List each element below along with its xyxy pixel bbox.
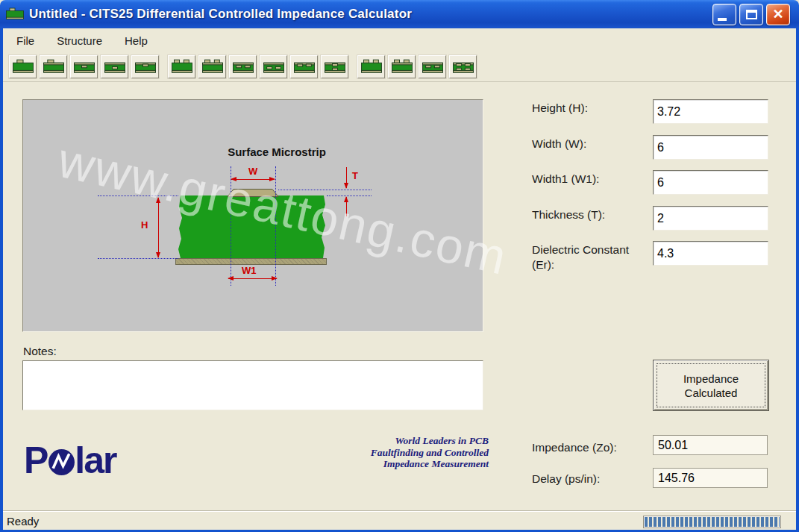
guide-line — [278, 190, 372, 190]
diagram-panel: Surface Microstrip W H T W1 — [22, 99, 483, 332]
edge-coupled-coated-microstrip-icon — [202, 59, 223, 75]
minimize-icon — [718, 18, 727, 21]
menu-structure[interactable]: Structure — [48, 30, 111, 51]
thickness-label: Thickness (T): — [532, 207, 645, 222]
guide-line — [275, 166, 276, 286]
edge-coupled-offset-stripline-upper-button[interactable] — [290, 55, 318, 78]
polar-logo-pulse-icon — [48, 448, 75, 476]
delay-result-value: 145.76 — [653, 468, 768, 488]
edge-coupled-stripline-icon — [233, 59, 254, 75]
coated-microstrip-button[interactable] — [40, 55, 67, 78]
dual-broadside-coupled-stripline-icon — [453, 59, 474, 75]
polar-logo: P lar — [24, 443, 116, 478]
polar-logo-text-start: P — [24, 445, 47, 476]
w-dimension-arrow — [231, 179, 275, 180]
coupled-stripline-alt-icon — [422, 59, 443, 75]
edge-coupled-surface-microstrip-icon — [172, 59, 192, 75]
coupled-microstrip-alt-button[interactable] — [357, 55, 385, 78]
impedance-result-label: Impedance (Zo): — [532, 440, 651, 455]
toolbar-group — [7, 52, 160, 78]
app-window: Untitled - CITS25 Differential Controlle… — [0, 0, 799, 532]
minimize-button[interactable] — [712, 4, 736, 25]
width1-input[interactable] — [653, 170, 768, 195]
maximize-icon — [746, 10, 757, 19]
app-icon — [6, 7, 24, 21]
tagline-line: Faultfinding and Controlled — [283, 447, 489, 459]
window-controls: ✕ — [712, 4, 793, 25]
width1-label: Width1 (W1): — [532, 172, 645, 187]
substrate-graphic — [178, 195, 325, 258]
notes-label: Notes: — [23, 345, 57, 358]
w1-dimension-arrow — [228, 278, 277, 279]
notes-textarea[interactable] — [22, 360, 483, 410]
menubar: File Structure Help — [3, 28, 796, 52]
offset-stripline-upper-button[interactable] — [131, 55, 159, 78]
h-dimension-label: H — [141, 219, 148, 231]
menu-file[interactable]: File — [7, 30, 43, 51]
delay-result-label: Delay (ps/in): — [532, 472, 651, 486]
edge-coupled-coated-microstrip-button[interactable] — [198, 55, 226, 78]
thickness-input[interactable] — [653, 206, 768, 231]
menu-help[interactable]: Help — [116, 30, 157, 51]
w1-dimension-label: W1 — [242, 265, 257, 276]
window-title: Untitled - CITS25 Differential Controlle… — [29, 7, 412, 22]
polar-logo-text-end: lar — [75, 445, 116, 476]
broadside-coupled-stripline-icon — [325, 59, 345, 75]
toolbar — [3, 52, 796, 82]
edge-coupled-surface-microstrip-button[interactable] — [168, 55, 195, 78]
dielectric-constant-input[interactable] — [653, 241, 768, 266]
surface-microstrip-icon — [13, 59, 34, 75]
t-dimension-label: T — [352, 170, 358, 181]
toolbar-group — [356, 52, 478, 78]
bottom-copper-graphic — [175, 258, 327, 265]
w-dimension-label: W — [248, 166, 257, 177]
dual-broadside-coupled-stripline-button[interactable] — [449, 55, 477, 78]
offset-stripline-upper-icon — [135, 59, 156, 75]
tagline-line: Impedance Measurement — [283, 458, 489, 470]
width-label: Width (W): — [532, 137, 645, 151]
impedance-calculated-button-label: Impedance Calculated — [657, 363, 765, 407]
edge-coupled-offset-stripline-lower-button[interactable] — [260, 55, 287, 78]
t-dimension-arrow-upper — [346, 167, 347, 188]
offset-stripline-lower-icon — [104, 59, 125, 75]
tagline-line: World Leaders in PCB — [283, 435, 489, 447]
maximize-button[interactable] — [739, 4, 763, 25]
guide-line — [98, 258, 178, 259]
coupled-stripline-alt-button[interactable] — [419, 55, 446, 78]
close-icon: ✕ — [767, 4, 789, 25]
h-dimension-arrow — [158, 198, 159, 257]
height-input[interactable] — [653, 99, 768, 124]
dielectric-constant-label: Dielectric Constant (Er): — [532, 242, 645, 272]
edge-coupled-stripline-button[interactable] — [229, 55, 257, 78]
height-label: Height (H): — [532, 101, 645, 116]
window-frame-left — [0, 28, 3, 532]
guide-line — [231, 166, 231, 286]
close-button[interactable]: ✕ — [766, 4, 790, 25]
width-input[interactable] — [653, 135, 768, 160]
t-dimension-arrow-lower — [346, 197, 347, 216]
guide-line — [98, 195, 178, 196]
status-text: Ready — [7, 515, 39, 528]
stripline-icon — [74, 59, 95, 75]
toolbar-separator — [3, 81, 796, 82]
broadside-coupled-stripline-button[interactable] — [321, 55, 348, 78]
surface-microstrip-button[interactable] — [9, 55, 37, 78]
coated-microstrip-icon — [43, 59, 64, 75]
impedance-result-value: 50.01 — [653, 435, 768, 455]
coupled-coated-microstrip-alt-button[interactable] — [388, 55, 416, 78]
toolbar-group — [166, 52, 350, 78]
trace-graphic — [227, 189, 279, 197]
edge-coupled-offset-stripline-upper-icon — [294, 59, 315, 75]
guide-line — [327, 195, 372, 196]
window-frame-right — [796, 28, 799, 532]
impedance-calculated-button[interactable]: Impedance Calculated — [653, 360, 769, 411]
offset-stripline-lower-button[interactable] — [101, 55, 128, 78]
brand-tagline: World Leaders in PCB Faultfinding and Co… — [283, 435, 489, 470]
stripline-button[interactable] — [70, 55, 98, 78]
progress-bar — [643, 516, 781, 528]
coupled-microstrip-alt-icon — [361, 59, 382, 75]
diagram-title: Surface Microstrip — [172, 145, 381, 158]
progress-bar-fill — [645, 517, 780, 527]
edge-coupled-offset-stripline-lower-icon — [263, 59, 284, 75]
titlebar[interactable]: Untitled - CITS25 Differential Controlle… — [0, 0, 799, 28]
